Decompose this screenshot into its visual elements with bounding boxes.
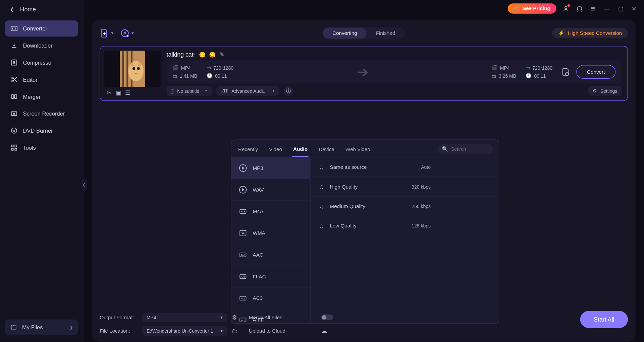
quality-low[interactable]: ♫Low Quality128 kbps [311,216,499,235]
format-flac[interactable]: FLACFLAC [231,266,310,288]
music-icon: ♫ [319,203,324,210]
file-location-select[interactable]: E:\Wondershare UniConverter 1▼ [142,326,227,336]
chevron-down-icon: ▼ [272,89,275,92]
sidebar-collapse-button[interactable]: ❮ [82,179,88,191]
maximize-icon[interactable]: ▢ [616,5,625,12]
svg-rect-5 [14,95,17,98]
sidebar-item-tools[interactable]: Tools [5,140,78,156]
subtitle-value: No subtitle [177,88,199,93]
audio-format-icon [238,185,248,194]
fmt-label: MP3 [253,165,263,171]
sidebar-item-compressor[interactable]: Compressor [5,55,78,71]
menu-icon[interactable] [589,4,597,13]
tab-converting[interactable]: Converting [323,28,367,39]
subtitle-select[interactable]: T̲ No subtitle ▼ [167,86,212,96]
quality-high[interactable]: ♫High Quality320 kbps [311,177,499,196]
resolution-icon: ▭ [526,65,530,71]
svg-point-28 [135,73,137,74]
q-label: Medium Quality [330,203,365,209]
format-mp3[interactable]: MP3 [231,157,310,179]
download-icon [10,42,18,49]
dd-tab-video[interactable]: Video [268,144,283,156]
add-file-button[interactable]: ▼ [100,28,114,38]
quality-same-as-source[interactable]: ♫Same as sourceAuto [311,157,499,177]
crop-icon[interactable]: ▣ [116,90,121,96]
format-aac[interactable]: AACAAC [231,244,310,266]
dd-tab-audio[interactable]: Audio [292,143,308,157]
my-files-label: My Files [22,324,43,330]
dd-tab-device[interactable]: Device [318,144,335,156]
sidebar-item-editor[interactable]: Editor [5,71,78,87]
sidebar-item-converter[interactable]: Converter [5,20,78,37]
output-format-select[interactable]: MP4▼ [142,313,227,322]
audio-format-icon [238,207,248,216]
list-icon[interactable]: ☰ [125,90,130,96]
format-ac3[interactable]: AC3AC3 [231,288,310,310]
svg-rect-10 [11,145,13,147]
add-file-icon [100,28,109,38]
audio-format-icon: AC3 [238,293,248,303]
sidebar-item-dvdburner[interactable]: DVD Burner [5,123,78,139]
thumbnail[interactable] [104,51,161,87]
settings-label: Settings [600,88,617,93]
account-icon[interactable] [561,4,570,13]
start-all-button[interactable]: Start All [580,311,628,328]
svg-text:AC3: AC3 [240,297,245,300]
video-icon: 🎬 [172,65,178,71]
format-search[interactable]: 🔍 [437,144,493,154]
emoji-icon: 😄 [209,51,216,58]
file-location-label: File Location: [100,328,138,334]
svg-point-18 [124,32,126,34]
dst-res: 720*1280 [532,65,552,70]
headset-icon[interactable] [575,4,584,13]
svg-text:FLAC: FLAC [240,276,246,278]
svg-rect-33 [240,230,246,236]
src-size: 1.41 MB [180,73,197,78]
nav-label: Tools [23,144,36,151]
sidebar-item-merger[interactable]: Merger [5,88,78,105]
edit-name-icon[interactable]: ✎ [219,51,224,58]
search-icon: 🔍 [442,146,448,152]
minimize-icon[interactable]: — [602,5,611,12]
add-disc-button[interactable]: ▼ [120,28,135,38]
info-icon[interactable]: ⓘ [284,86,293,95]
svg-point-3 [12,80,13,82]
converter-icon [10,25,18,32]
src-res: 720*1280 [213,65,233,70]
quality-medium[interactable]: ♫Medium Quality256 kbps [311,197,499,216]
svg-point-2 [12,77,13,79]
my-files-button[interactable]: My Files ❯ [5,320,78,335]
close-icon[interactable]: ✕ [630,5,638,12]
svg-rect-12 [11,148,13,150]
dd-tab-webvideo[interactable]: Web Video [344,144,371,156]
settings-button[interactable]: ⚙ Settings [588,86,622,96]
home-label: Home [20,6,36,13]
svg-rect-13 [15,148,17,150]
cut-icon[interactable]: ✂ [107,90,112,96]
search-input[interactable] [451,146,489,151]
audio-select[interactable]: ♪𝗜𝗜 Advanced Audi... ▼ [216,86,279,96]
file-name: talking cat- [167,51,196,58]
cloud-upload-icon[interactable]: ☁ [321,328,338,334]
fmt-label: WMA [253,230,265,236]
sidebar-item-screenrecorder[interactable]: Screen Recorder [5,106,78,122]
q-rate: Auto [421,164,431,169]
subtitle-icon: T̲ [171,88,174,94]
home-nav[interactable]: ❮ Home [0,0,83,19]
video-icon: 🎬 [491,65,497,71]
output-format-value: MP4 [147,315,156,320]
format-wav[interactable]: WAV [231,179,310,201]
output-settings-icon[interactable]: ⚙ [232,314,245,321]
dd-tab-recently[interactable]: Recently [237,144,259,156]
format-m4a[interactable]: M4A [231,201,310,222]
convert-button[interactable]: Convert [576,65,615,79]
record-icon [10,110,18,118]
merge-toggle[interactable] [321,315,333,321]
tab-finished[interactable]: Finished [367,28,405,39]
open-folder-icon[interactable]: 🗁 [232,328,245,334]
see-pricing-button[interactable]: 🛒 See Pricing [507,3,556,13]
high-speed-toggle[interactable]: ⚡ High Speed Conversion [552,28,628,38]
format-wma[interactable]: WMA [231,222,310,244]
output-settings-icon[interactable] [561,68,570,76]
sidebar-item-downloader[interactable]: Downloader [5,38,78,54]
